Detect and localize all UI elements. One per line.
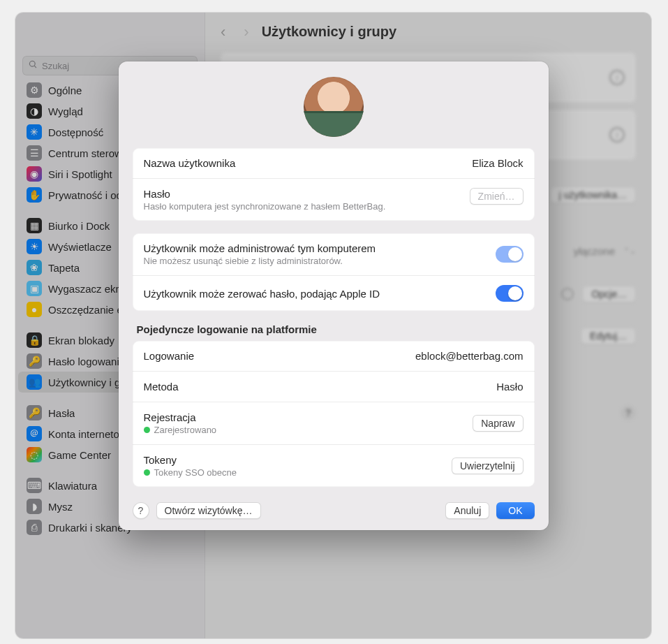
open-card-button[interactable]: Otwórz wizytówkę… <box>156 502 261 519</box>
help-button[interactable]: ? <box>133 502 149 519</box>
permissions-panel: Użytkownik może administrować tym komput… <box>133 233 535 311</box>
sheet-footer: ? Otwórz wizytówkę… Anuluj OK <box>133 499 535 519</box>
sso-tokens-status: Tokeny SSO obecne <box>144 467 440 478</box>
ok-button[interactable]: OK <box>496 502 534 519</box>
admin-toggle[interactable] <box>496 246 524 263</box>
username-label: Nazwa użytkownika <box>144 157 461 169</box>
sso-login-value: eblock@betterbag.com <box>415 350 523 362</box>
sso-registration-label: Rejestracja <box>144 411 462 423</box>
sso-login-label: Logowanie <box>144 350 405 362</box>
authenticate-button[interactable]: Uwierzytelnij <box>452 458 524 474</box>
sso-tokens-label: Tokeny <box>144 454 440 466</box>
status-dot-icon <box>144 469 150 476</box>
reset-with-appleid-label: Użytkownik może zerować hasło, podając A… <box>144 288 484 300</box>
change-password-button[interactable]: Zmień… <box>470 188 524 205</box>
settings-window: Szukaj ⚙Ogólne◑Wygląd✳Dostępność☰Centrum… <box>15 13 651 638</box>
sso-method-value: Hasło <box>496 381 523 393</box>
admin-label: Użytkownik może administrować tym komput… <box>144 242 484 254</box>
reset-appleid-toggle[interactable] <box>496 285 524 302</box>
repair-registration-button[interactable]: Napraw <box>473 415 523 432</box>
user-details-sheet: Nazwa użytkownika Eliza Block Hasło Hasł… <box>119 61 549 530</box>
username-value: Eliza Block <box>472 157 523 169</box>
sso-panel: Logowanie eblock@betterbag.com Metoda Ha… <box>133 341 535 487</box>
status-dot-icon <box>144 427 150 433</box>
sso-registration-status: Zarejestrowano <box>144 425 462 435</box>
cancel-button[interactable]: Anuluj <box>445 502 489 519</box>
user-avatar[interactable] <box>304 77 364 137</box>
sso-method-label: Metoda <box>144 381 486 393</box>
password-label: Hasło <box>144 188 459 200</box>
account-panel: Nazwa użytkownika Eliza Block Hasło Hasł… <box>133 148 535 221</box>
password-sublabel: Hasło komputera jest synchronizowane z h… <box>144 201 459 212</box>
admin-sublabel: Nie możesz usunąć siebie z listy adminis… <box>144 256 484 266</box>
modal-overlay: Nazwa użytkownika Eliza Block Hasło Hasł… <box>15 13 651 638</box>
sso-heading: Pojedyncze logowanie na platformie <box>133 323 535 341</box>
